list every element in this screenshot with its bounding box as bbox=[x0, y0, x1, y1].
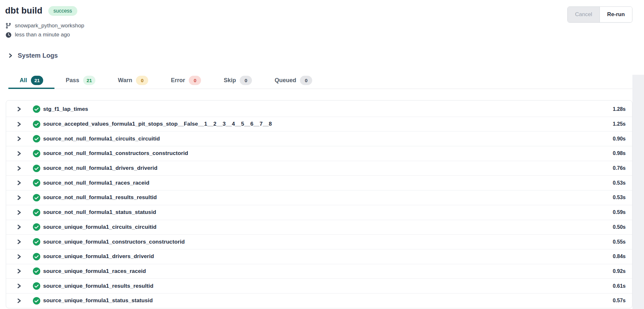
success-check-icon bbox=[33, 223, 40, 231]
success-check-icon bbox=[33, 253, 40, 260]
chevron-right-icon[interactable] bbox=[16, 239, 22, 245]
result-row[interactable]: source_not_null_formula1_drivers_driveri… bbox=[6, 161, 632, 176]
chevron-right-icon[interactable] bbox=[16, 298, 22, 304]
tab-warn-label: Warn bbox=[118, 77, 132, 84]
chevron-right-icon[interactable] bbox=[16, 209, 22, 216]
success-check-icon bbox=[33, 150, 40, 157]
result-duration: 1.25s bbox=[613, 121, 626, 127]
tab-warn-count-badge: 0 bbox=[136, 76, 148, 85]
result-row[interactable]: source_unique_formula1_status_statusid 0… bbox=[6, 293, 632, 308]
result-row[interactable]: source_unique_formula1_circuits_circuiti… bbox=[6, 220, 632, 235]
success-check-icon bbox=[33, 179, 40, 187]
tab-pass[interactable]: Pass 21 bbox=[54, 73, 107, 89]
system-logs-label: System Logs bbox=[18, 52, 58, 59]
success-check-icon bbox=[33, 135, 40, 142]
chevron-right-icon[interactable] bbox=[16, 180, 22, 186]
chevron-right-icon[interactable] bbox=[16, 195, 22, 201]
result-duration: 1.28s bbox=[613, 106, 626, 112]
result-name: source_not_null_formula1_constructors_co… bbox=[43, 150, 188, 157]
results-list: stg_f1_lap_times 1.28s source_accepted_v… bbox=[6, 100, 632, 308]
tab-pass-label: Pass bbox=[66, 77, 79, 84]
result-duration: 0.59s bbox=[613, 209, 626, 215]
result-name: source_unique_formula1_races_raceid bbox=[43, 268, 146, 275]
success-check-icon bbox=[33, 105, 40, 113]
result-name: source_unique_formula1_status_statusid bbox=[43, 297, 153, 304]
tab-all[interactable]: All 21 bbox=[8, 73, 54, 89]
tab-error[interactable]: Error 0 bbox=[159, 73, 212, 89]
result-duration: 0.57s bbox=[613, 298, 626, 304]
result-name: stg_f1_lap_times bbox=[43, 106, 88, 112]
chevron-right-icon bbox=[8, 53, 13, 58]
scrollbar-track[interactable] bbox=[632, 75, 644, 309]
success-check-icon bbox=[33, 165, 40, 172]
success-check-icon bbox=[33, 297, 40, 304]
result-name: source_not_null_formula1_drivers_driveri… bbox=[43, 165, 158, 171]
run-header: dbt build success Cancel Re-run snowpark… bbox=[0, 0, 644, 59]
success-check-icon bbox=[33, 121, 40, 128]
chevron-right-icon[interactable] bbox=[16, 254, 22, 260]
chevron-right-icon[interactable] bbox=[16, 136, 22, 142]
tab-skip[interactable]: Skip 0 bbox=[212, 73, 263, 89]
chevron-right-icon[interactable] bbox=[16, 165, 22, 171]
result-duration: 0.53s bbox=[613, 195, 626, 200]
run-actions: Cancel Re-run bbox=[567, 6, 632, 23]
result-duration: 0.98s bbox=[613, 150, 626, 156]
system-logs-toggle[interactable]: System Logs bbox=[8, 52, 632, 59]
result-name: source_unique_formula1_constructors_cons… bbox=[43, 239, 185, 245]
result-name: source_accepted_values_formula1_pit_stop… bbox=[43, 121, 272, 127]
success-check-icon bbox=[33, 267, 40, 275]
success-check-icon bbox=[33, 238, 40, 246]
tab-skip-label: Skip bbox=[224, 77, 236, 84]
result-row[interactable]: source_not_null_formula1_constructors_co… bbox=[6, 146, 632, 161]
tab-all-count-badge: 21 bbox=[31, 76, 43, 85]
tab-error-count-badge: 0 bbox=[189, 76, 201, 85]
chevron-right-icon[interactable] bbox=[16, 268, 22, 274]
clock-icon bbox=[5, 32, 12, 38]
success-check-icon bbox=[33, 282, 40, 290]
tab-queued-label: Queued bbox=[274, 77, 296, 84]
branch-name: snowpark_python_workshop bbox=[15, 23, 84, 29]
result-duration: 0.90s bbox=[613, 136, 626, 142]
page-title: dbt build bbox=[5, 6, 43, 16]
chevron-right-icon[interactable] bbox=[16, 224, 22, 230]
status-badge: success bbox=[48, 6, 77, 16]
result-duration: 0.53s bbox=[613, 180, 626, 186]
result-duration: 0.84s bbox=[613, 254, 626, 259]
rerun-button[interactable]: Re-run bbox=[600, 7, 632, 22]
result-duration: 0.76s bbox=[613, 165, 626, 171]
tab-warn[interactable]: Warn 0 bbox=[107, 73, 159, 89]
result-row[interactable]: source_not_null_formula1_results_resulti… bbox=[6, 190, 632, 205]
result-row[interactable]: source_unique_formula1_races_raceid 0.92… bbox=[6, 264, 632, 279]
tab-pass-count-badge: 21 bbox=[83, 76, 95, 85]
chevron-right-icon[interactable] bbox=[16, 283, 22, 289]
result-row[interactable]: source_not_null_formula1_circuits_circui… bbox=[6, 131, 632, 146]
tab-queued-count-badge: 0 bbox=[300, 76, 312, 85]
result-duration: 0.61s bbox=[613, 283, 626, 289]
result-row[interactable]: source_unique_formula1_constructors_cons… bbox=[6, 234, 632, 249]
success-check-icon bbox=[33, 209, 40, 216]
cancel-button[interactable]: Cancel bbox=[568, 7, 600, 22]
result-duration: 0.50s bbox=[613, 224, 626, 230]
result-row[interactable]: source_not_null_formula1_status_statusid… bbox=[6, 205, 632, 220]
result-row[interactable]: source_unique_formula1_drivers_driverid … bbox=[6, 249, 632, 264]
chevron-right-icon[interactable] bbox=[16, 106, 22, 112]
result-row[interactable]: stg_f1_lap_times 1.28s bbox=[6, 102, 632, 117]
run-time-ago: less than a minute ago bbox=[15, 32, 70, 38]
tab-error-label: Error bbox=[171, 77, 185, 84]
success-check-icon bbox=[33, 194, 40, 201]
tab-skip-count-badge: 0 bbox=[240, 76, 252, 85]
chevron-right-icon[interactable] bbox=[16, 121, 22, 127]
git-branch-icon bbox=[5, 23, 12, 29]
result-name: source_not_null_formula1_circuits_circui… bbox=[43, 136, 160, 142]
result-name: source_unique_formula1_drivers_driverid bbox=[43, 253, 154, 260]
chevron-right-icon[interactable] bbox=[16, 150, 22, 157]
tab-queued[interactable]: Queued 0 bbox=[263, 73, 323, 89]
result-row[interactable]: source_not_null_formula1_races_raceid 0.… bbox=[6, 175, 632, 190]
result-row[interactable]: source_unique_formula1_results_resultid … bbox=[6, 278, 632, 293]
tab-all-label: All bbox=[20, 77, 27, 84]
result-name: source_unique_formula1_circuits_circuiti… bbox=[43, 224, 157, 230]
result-row[interactable]: source_accepted_values_formula1_pit_stop… bbox=[6, 117, 632, 131]
result-name: source_not_null_formula1_results_resulti… bbox=[43, 194, 157, 201]
result-duration: 0.55s bbox=[613, 239, 626, 245]
result-name: source_not_null_formula1_races_raceid bbox=[43, 180, 149, 186]
